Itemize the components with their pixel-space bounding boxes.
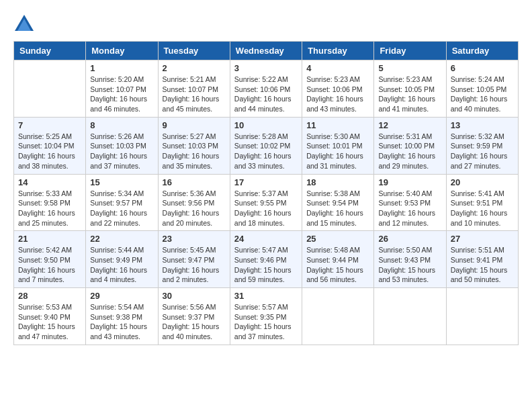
day-number: 14 bbox=[18, 177, 81, 187]
calendar-cell: 8 Sunrise: 5:26 AMSunset: 10:03 PMDaylig… bbox=[86, 117, 158, 174]
day-number: 15 bbox=[90, 177, 153, 187]
day-info: Sunrise: 5:47 AMSunset: 9:46 PMDaylight:… bbox=[234, 245, 298, 285]
day-info: Sunrise: 5:57 AMSunset: 9:35 PMDaylight:… bbox=[234, 302, 298, 342]
calendar-cell: 12 Sunrise: 5:31 AMSunset: 10:00 PMDayli… bbox=[374, 117, 446, 174]
day-number: 12 bbox=[378, 120, 441, 130]
calendar-cell: 21 Sunrise: 5:42 AMSunset: 9:50 PMDaylig… bbox=[14, 231, 86, 288]
day-info: Sunrise: 5:34 AMSunset: 9:57 PMDaylight:… bbox=[90, 189, 153, 228]
calendar-cell: 27 Sunrise: 5:51 AMSunset: 9:41 PMDaylig… bbox=[446, 231, 518, 288]
calendar-cell bbox=[302, 288, 374, 345]
day-info: Sunrise: 5:51 AMSunset: 9:41 PMDaylight:… bbox=[451, 245, 514, 285]
calendar-cell: 3 Sunrise: 5:22 AMSunset: 10:06 PMDaylig… bbox=[230, 60, 302, 118]
calendar-cell: 7 Sunrise: 5:25 AMSunset: 10:04 PMDaylig… bbox=[14, 117, 86, 174]
day-number: 6 bbox=[451, 63, 514, 73]
logo bbox=[13, 13, 34, 36]
calendar-cell: 22 Sunrise: 5:44 AMSunset: 9:49 PMDaylig… bbox=[86, 231, 158, 288]
day-info: Sunrise: 5:28 AMSunset: 10:02 PMDaylight… bbox=[234, 132, 298, 171]
calendar-cell: 11 Sunrise: 5:30 AMSunset: 10:01 PMDayli… bbox=[302, 117, 374, 174]
day-info: Sunrise: 5:33 AMSunset: 9:58 PMDaylight:… bbox=[18, 189, 81, 228]
day-number: 20 bbox=[451, 177, 514, 187]
day-info: Sunrise: 5:50 AMSunset: 9:43 PMDaylight:… bbox=[378, 245, 441, 285]
day-info: Sunrise: 5:23 AMSunset: 10:05 PMDaylight… bbox=[378, 75, 441, 114]
column-header-monday: Monday bbox=[86, 42, 158, 60]
calendar-header-row: SundayMondayTuesdayWednesdayThursdayFrid… bbox=[14, 42, 519, 60]
calendar-cell: 23 Sunrise: 5:45 AMSunset: 9:47 PMDaylig… bbox=[158, 231, 230, 288]
day-info: Sunrise: 5:53 AMSunset: 9:40 PMDaylight:… bbox=[18, 302, 81, 342]
day-info: Sunrise: 5:36 AMSunset: 9:56 PMDaylight:… bbox=[163, 189, 226, 228]
day-number: 4 bbox=[306, 63, 369, 73]
day-number: 3 bbox=[234, 63, 298, 73]
day-number: 18 bbox=[306, 177, 369, 187]
calendar-cell bbox=[374, 288, 446, 345]
calendar-cell: 1 Sunrise: 5:20 AMSunset: 10:07 PMDaylig… bbox=[86, 60, 158, 118]
day-number: 5 bbox=[378, 63, 441, 73]
logo-icon bbox=[15, 13, 34, 32]
day-number: 11 bbox=[306, 120, 369, 130]
calendar-week-row: 14 Sunrise: 5:33 AMSunset: 9:58 PMDaylig… bbox=[14, 174, 519, 231]
calendar-week-row: 28 Sunrise: 5:53 AMSunset: 9:40 PMDaylig… bbox=[14, 288, 519, 345]
day-info: Sunrise: 5:24 AMSunset: 10:05 PMDaylight… bbox=[451, 75, 514, 114]
calendar-cell: 13 Sunrise: 5:32 AMSunset: 9:59 PMDaylig… bbox=[446, 117, 518, 174]
calendar-cell: 9 Sunrise: 5:27 AMSunset: 10:03 PMDaylig… bbox=[158, 117, 230, 174]
calendar-cell: 24 Sunrise: 5:47 AMSunset: 9:46 PMDaylig… bbox=[230, 231, 302, 288]
day-info: Sunrise: 5:32 AMSunset: 9:59 PMDaylight:… bbox=[451, 132, 514, 171]
day-info: Sunrise: 5:41 AMSunset: 9:51 PMDaylight:… bbox=[451, 189, 514, 228]
column-header-sunday: Sunday bbox=[14, 42, 86, 60]
calendar-cell: 14 Sunrise: 5:33 AMSunset: 9:58 PMDaylig… bbox=[14, 174, 86, 231]
calendar-cell: 5 Sunrise: 5:23 AMSunset: 10:05 PMDaylig… bbox=[374, 60, 446, 118]
day-number: 22 bbox=[90, 234, 153, 244]
day-info: Sunrise: 5:20 AMSunset: 10:07 PMDaylight… bbox=[90, 75, 153, 114]
day-info: Sunrise: 5:26 AMSunset: 10:03 PMDaylight… bbox=[90, 132, 153, 171]
logo-text bbox=[13, 13, 34, 36]
day-info: Sunrise: 5:25 AMSunset: 10:04 PMDaylight… bbox=[18, 132, 81, 171]
day-number: 21 bbox=[18, 234, 81, 244]
day-info: Sunrise: 5:30 AMSunset: 10:01 PMDaylight… bbox=[306, 132, 369, 171]
calendar-cell: 2 Sunrise: 5:21 AMSunset: 10:07 PMDaylig… bbox=[158, 60, 230, 118]
day-number: 1 bbox=[90, 63, 153, 73]
day-info: Sunrise: 5:23 AMSunset: 10:06 PMDaylight… bbox=[306, 75, 369, 114]
calendar-cell: 29 Sunrise: 5:54 AMSunset: 9:38 PMDaylig… bbox=[86, 288, 158, 345]
day-info: Sunrise: 5:45 AMSunset: 9:47 PMDaylight:… bbox=[163, 245, 226, 285]
day-number: 9 bbox=[163, 120, 226, 130]
calendar-cell bbox=[446, 288, 518, 345]
day-number: 25 bbox=[306, 234, 369, 244]
calendar-week-row: 1 Sunrise: 5:20 AMSunset: 10:07 PMDaylig… bbox=[14, 60, 519, 118]
day-info: Sunrise: 5:40 AMSunset: 9:53 PMDaylight:… bbox=[378, 189, 441, 228]
day-number: 26 bbox=[378, 234, 441, 244]
day-number: 24 bbox=[234, 234, 298, 244]
column-header-wednesday: Wednesday bbox=[230, 42, 302, 60]
column-header-friday: Friday bbox=[374, 42, 446, 60]
calendar-cell: 15 Sunrise: 5:34 AMSunset: 9:57 PMDaylig… bbox=[86, 174, 158, 231]
calendar-week-row: 21 Sunrise: 5:42 AMSunset: 9:50 PMDaylig… bbox=[14, 231, 519, 288]
calendar-cell: 25 Sunrise: 5:48 AMSunset: 9:44 PMDaylig… bbox=[302, 231, 374, 288]
column-header-tuesday: Tuesday bbox=[158, 42, 230, 60]
day-info: Sunrise: 5:27 AMSunset: 10:03 PMDaylight… bbox=[163, 132, 226, 171]
calendar-cell: 4 Sunrise: 5:23 AMSunset: 10:06 PMDaylig… bbox=[302, 60, 374, 118]
day-number: 28 bbox=[18, 291, 81, 301]
day-number: 17 bbox=[234, 177, 298, 187]
calendar-cell: 10 Sunrise: 5:28 AMSunset: 10:02 PMDayli… bbox=[230, 117, 302, 174]
column-header-thursday: Thursday bbox=[302, 42, 374, 60]
day-info: Sunrise: 5:37 AMSunset: 9:55 PMDaylight:… bbox=[234, 189, 298, 228]
calendar-cell: 28 Sunrise: 5:53 AMSunset: 9:40 PMDaylig… bbox=[14, 288, 86, 345]
calendar-cell: 31 Sunrise: 5:57 AMSunset: 9:35 PMDaylig… bbox=[230, 288, 302, 345]
day-number: 8 bbox=[90, 120, 153, 130]
day-number: 2 bbox=[163, 63, 226, 73]
calendar-cell: 16 Sunrise: 5:36 AMSunset: 9:56 PMDaylig… bbox=[158, 174, 230, 231]
day-info: Sunrise: 5:54 AMSunset: 9:38 PMDaylight:… bbox=[90, 302, 153, 342]
day-number: 16 bbox=[163, 177, 226, 187]
day-info: Sunrise: 5:42 AMSunset: 9:50 PMDaylight:… bbox=[18, 245, 81, 285]
page-header bbox=[13, 13, 519, 36]
day-number: 23 bbox=[163, 234, 226, 244]
day-number: 30 bbox=[163, 291, 226, 301]
calendar-cell: 26 Sunrise: 5:50 AMSunset: 9:43 PMDaylig… bbox=[374, 231, 446, 288]
calendar-cell: 18 Sunrise: 5:38 AMSunset: 9:54 PMDaylig… bbox=[302, 174, 374, 231]
calendar-cell: 17 Sunrise: 5:37 AMSunset: 9:55 PMDaylig… bbox=[230, 174, 302, 231]
day-info: Sunrise: 5:38 AMSunset: 9:54 PMDaylight:… bbox=[306, 189, 369, 228]
calendar-table: SundayMondayTuesdayWednesdayThursdayFrid… bbox=[13, 41, 519, 345]
day-info: Sunrise: 5:56 AMSunset: 9:37 PMDaylight:… bbox=[163, 302, 226, 342]
calendar-cell: 19 Sunrise: 5:40 AMSunset: 9:53 PMDaylig… bbox=[374, 174, 446, 231]
day-info: Sunrise: 5:21 AMSunset: 10:07 PMDaylight… bbox=[163, 75, 226, 114]
day-info: Sunrise: 5:44 AMSunset: 9:49 PMDaylight:… bbox=[90, 245, 153, 285]
calendar-cell: 20 Sunrise: 5:41 AMSunset: 9:51 PMDaylig… bbox=[446, 174, 518, 231]
